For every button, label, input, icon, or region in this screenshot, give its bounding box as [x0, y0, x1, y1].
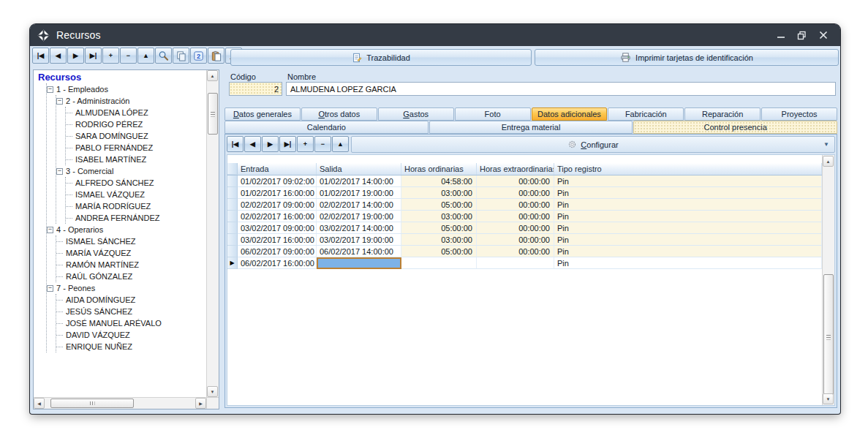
row-selector[interactable]	[227, 175, 238, 187]
scroll-left-icon[interactable]: ◀	[34, 398, 45, 409]
nav-up-button[interactable]: ▲	[332, 136, 349, 152]
close-button[interactable]	[813, 27, 833, 43]
cell-salida[interactable]: 03/02/2017 19:00:00	[317, 234, 401, 246]
cell-horas-ordinarias[interactable]: 03:00:00	[401, 187, 477, 199]
tree-item-maria-rodriguez[interactable]: MARÍA RODRÍGUEZ	[66, 200, 206, 212]
column-header-salida[interactable]: Salida	[317, 163, 401, 175]
tree-branch-7-peones[interactable]: 7 - Peones	[47, 282, 206, 294]
cell-salida[interactable]: 03/02/2017 14:00:00	[317, 222, 401, 234]
tab-proyectos[interactable]: Proyectos	[761, 107, 837, 121]
tree-item-pablo-fernandez[interactable]: PABLO FERNÁNDEZ	[66, 142, 206, 154]
tree-item-sara-dominguez[interactable]: SARA DOMÍNGUEZ	[66, 130, 206, 142]
nav-first-button[interactable]: |◀	[32, 48, 49, 64]
row-selector[interactable]	[227, 211, 238, 222]
column-header-entrada[interactable]: Entrada	[238, 163, 317, 175]
tree-item-ismael-sanchez[interactable]: ISMAEL SÁNCHEZ	[56, 235, 206, 247]
cell-horas-ordinarias[interactable]: 05:00:00	[401, 199, 477, 211]
row-selector[interactable]	[227, 246, 238, 257]
cell-tipo-registro[interactable]: Pin	[554, 187, 822, 199]
collapse-icon[interactable]	[47, 285, 53, 292]
tree-item-ismael-vazquez[interactable]: ISMAEL VÁZQUEZ	[66, 189, 206, 200]
cell-horas-ordinarias[interactable]: 04:58:00	[401, 175, 477, 187]
tree-item-aida-dominguez[interactable]: AIDA DOMÍNGUEZ	[56, 294, 206, 306]
cell-horas-extraordinarias[interactable]: 00:00:00	[477, 175, 554, 187]
tab-control-presencia[interactable]: Control presencia	[633, 121, 837, 134]
collapse-icon[interactable]	[56, 98, 63, 105]
tree-branch-4-operarios[interactable]: 4 - Operarios	[47, 224, 206, 235]
tree-vscroll-thumb[interactable]	[208, 93, 218, 135]
row-selector[interactable]	[227, 234, 238, 246]
cell-horas-extraordinarias[interactable]: 00:00:00	[477, 234, 554, 246]
tab-datos-adicionales[interactable]: Datos adicionales	[532, 107, 608, 121]
collapse-icon[interactable]	[47, 227, 53, 233]
cell-horas-ordinarias[interactable]: 05:00:00	[401, 246, 477, 257]
tree-item-rodrigo-perez[interactable]: RODRIGO PÉREZ	[66, 118, 206, 130]
cell-salida[interactable]: 01/02/2017 19:00:00	[317, 187, 401, 199]
tree-hscroll-thumb[interactable]	[50, 399, 134, 408]
tree-item-jesus-sanchez[interactable]: JESÚS SÁNCHEZ	[56, 306, 206, 317]
row-selector[interactable]	[227, 187, 238, 199]
tab-foto[interactable]: Foto	[455, 107, 531, 121]
tree-item-enrique-nunez[interactable]: ENRIQUE NUÑEZ	[56, 341, 206, 352]
search-icon-button[interactable]	[155, 48, 172, 64]
scroll-up-icon[interactable]: ▲	[207, 70, 218, 81]
tab-datos-generales[interactable]: Datos generales	[224, 107, 301, 121]
cell-tipo-registro[interactable]: Pin	[554, 199, 822, 211]
cell-tipo-registro[interactable]: Pin	[554, 175, 822, 187]
cell-tipo-registro[interactable]: Pin	[554, 222, 822, 234]
tab-reparacion[interactable]: Reparación	[684, 107, 761, 121]
nav-prev-button[interactable]: ◀	[50, 48, 67, 64]
tree-item-alfredo-sanchez[interactable]: ALFREDO SÁNCHEZ	[66, 177, 206, 189]
tab-otros-datos[interactable]: Otros datos	[301, 107, 377, 121]
nav-last-button[interactable]: ▶|	[85, 48, 102, 64]
tab-gastos[interactable]: Gastos	[378, 107, 454, 121]
nav-next-button[interactable]: ▶	[67, 48, 84, 64]
tree-horizontal-scrollbar[interactable]: ◀ ▶	[34, 397, 206, 409]
cell-tipo-registro[interactable]: Pin	[554, 246, 822, 257]
minimize-button[interactable]	[771, 27, 790, 43]
tab-entrega-material[interactable]: Entrega material	[429, 121, 633, 134]
cell-entrada[interactable]: 01/02/2017 09:02:00	[238, 175, 317, 187]
tree-item-raul-gonzalez[interactable]: RAÚL GÓNZALEZ	[56, 271, 206, 282]
column-header-horas-ordinarias[interactable]: Horas ordinarias	[401, 163, 477, 175]
cell-entrada[interactable]: 03/02/2017 09:00:00	[238, 222, 317, 234]
tree-branch-2-administracion[interactable]: 2 - Administración	[56, 95, 206, 107]
tree-item-jose-manuel-arevalo[interactable]: JOSÉ MANUEL ARÉVALO	[56, 317, 206, 329]
cell-horas-extraordinarias[interactable]: 00:00:00	[477, 222, 554, 234]
tree-item-ramon-martinez[interactable]: RAMÓN MARTÍNEZ	[56, 259, 206, 271]
cell-salida[interactable]: 02/02/2017 14:00:00	[317, 199, 401, 211]
cell-entrada[interactable]: 03/02/2017 16:00:00	[238, 234, 317, 246]
cell-tipo-registro[interactable]: Pin	[554, 257, 822, 269]
scroll-right-icon[interactable]: ▶	[195, 398, 206, 409]
scroll-up-icon[interactable]: ▲	[823, 156, 834, 167]
column-header-horas-extraordinarias[interactable]: Horas extraordinarias	[477, 163, 554, 175]
nav-prev-button[interactable]: ◀	[244, 136, 261, 152]
nav-next-button[interactable]: ▶	[262, 136, 279, 152]
nav-add-button[interactable]: +	[102, 48, 119, 64]
tree-item-andrea-fernandez[interactable]: ANDREA FERNÁNDEZ	[66, 212, 206, 224]
presence-toolbar-strip[interactable]: Configurar▼	[351, 136, 835, 153]
cell-horas-ordinarias[interactable]: 03:00:00	[401, 211, 477, 222]
row-selector[interactable]	[227, 199, 238, 211]
cell-entrada[interactable]: 02/02/2017 09:00:00	[238, 199, 317, 211]
tree-root-label[interactable]: Recursos	[38, 72, 206, 83]
paste-icon-button[interactable]	[208, 48, 224, 64]
cell-horas-ordinarias[interactable]: 03:00:00	[401, 234, 477, 246]
tree-item-almudena-lopez[interactable]: ALMUDENA LÓPEZ	[66, 107, 206, 118]
cell-salida[interactable]: 01/02/2017 14:00:00	[317, 175, 401, 187]
cell-horas-extraordinarias[interactable]: 00:00:00	[477, 199, 554, 211]
trazabilidad-button[interactable]: Trazabilidad	[230, 49, 532, 66]
cell-horas-ordinarias[interactable]	[401, 257, 477, 269]
configurar-button[interactable]: Configurar	[581, 140, 618, 149]
cell-horas-extraordinarias[interactable]	[477, 257, 554, 269]
tree-item-maria-vazquez[interactable]: MARÍA VÁZQUEZ	[56, 247, 206, 259]
column-header-tipo-registro[interactable]: Tipo registro	[554, 163, 822, 175]
codigo-field[interactable]: 2	[229, 82, 282, 96]
tree-branch-3-comercial[interactable]: 3 - Comercial	[56, 165, 206, 177]
tree-item-david-vazquez[interactable]: DAVID VÁZQUEZ	[56, 329, 206, 341]
cell-entrada[interactable]: 06/02/2017 16:00:00	[238, 257, 317, 269]
cell-salida[interactable]: 02/02/2017 19:00:00	[317, 211, 401, 222]
tab-fabricacion[interactable]: Fabricación	[608, 107, 684, 121]
tab-calendario[interactable]: Calendario	[224, 121, 429, 134]
tree-vertical-scrollbar[interactable]: ▲ ▼	[206, 70, 219, 397]
